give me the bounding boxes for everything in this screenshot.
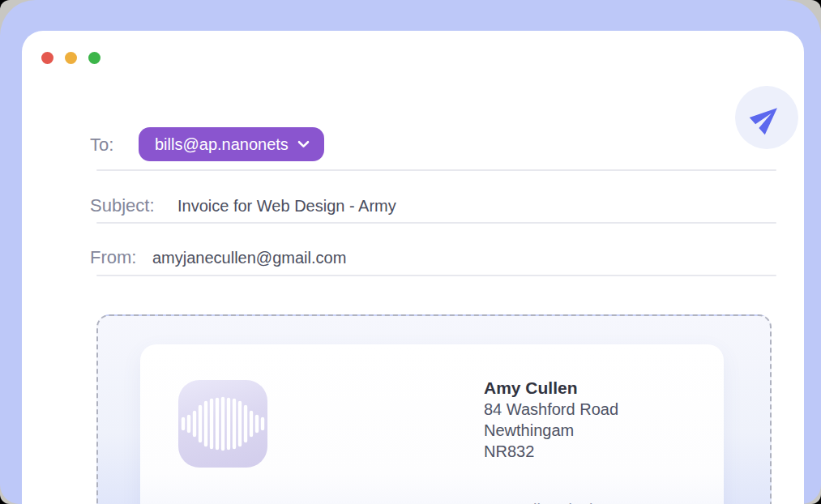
send-button[interactable] bbox=[735, 86, 798, 149]
subject-field-label: Subject: bbox=[90, 195, 155, 216]
subject-field-divider bbox=[96, 222, 776, 224]
to-field-label: To: bbox=[90, 135, 113, 156]
recipient-name: Amy Cullen bbox=[484, 378, 618, 399]
close-window-icon[interactable] bbox=[41, 52, 53, 64]
invoice-amount: Invoice for $850.00 bbox=[178, 501, 331, 504]
email-compose-window: To: bills@ap.nanonets Subject: Invoice f… bbox=[22, 31, 804, 504]
from-field-value[interactable]: amyjanecullen@gmail.com bbox=[152, 249, 346, 267]
to-recipient-dropdown[interactable]: bills@ap.nanonets bbox=[139, 127, 324, 161]
sender-website: Amycullen.design bbox=[484, 501, 611, 504]
zoom-window-icon[interactable] bbox=[88, 52, 100, 64]
to-field-divider bbox=[96, 169, 776, 171]
chevron-down-icon bbox=[297, 140, 310, 148]
invoice-recipient-block: Amy Cullen 84 Washford Road Newthingam N… bbox=[484, 378, 618, 462]
from-field-divider bbox=[96, 275, 776, 276]
recipient-postcode: NR832 bbox=[484, 441, 618, 462]
subject-field-value[interactable]: Invoice for Web Design - Army bbox=[177, 197, 396, 216]
recipient-address-line1: 84 Washford Road bbox=[484, 399, 618, 420]
from-field-label: From: bbox=[90, 247, 136, 268]
window-controls bbox=[41, 52, 100, 64]
paper-plane-icon bbox=[751, 102, 782, 133]
recipient-address-line2: Newthingam bbox=[484, 420, 618, 441]
minimize-window-icon[interactable] bbox=[65, 52, 77, 64]
audio-waveform-logo bbox=[178, 380, 267, 468]
to-recipient-value: bills@ap.nanonets bbox=[155, 135, 289, 154]
